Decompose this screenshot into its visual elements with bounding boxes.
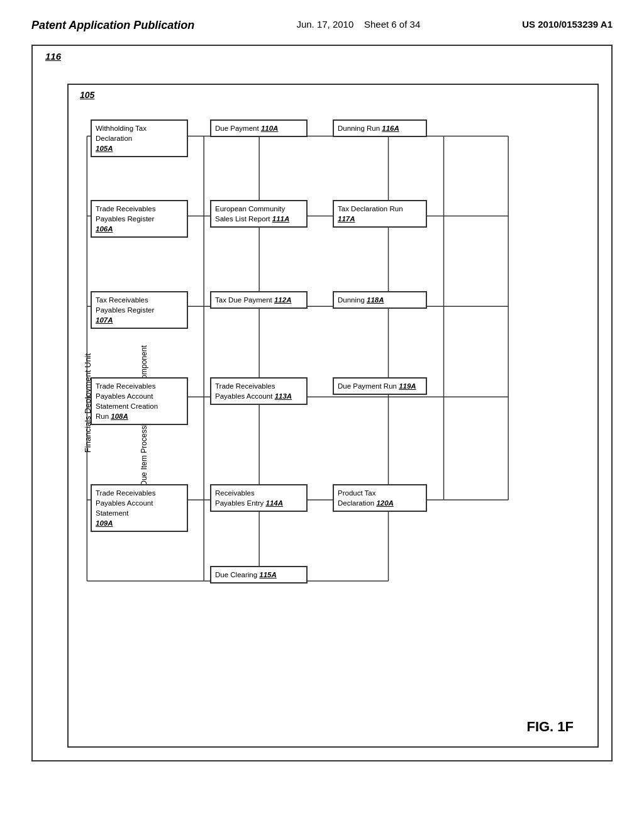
box-108a: Trade ReceivablesPayables AccountStateme… [91,377,188,425]
box-119a: Due Payment Run 119A [333,377,427,395]
ref-116: 116 [45,51,61,62]
header-date-sheet: Jun. 17, 2010 Sheet 6 of 34 [296,19,420,30]
ref-119a: 119A [399,382,416,390]
ref-116a: 116A [382,124,399,132]
ref-111a: 111A [272,215,290,223]
ref-110a: 110A [261,124,279,132]
box-105a: Withholding TaxDeclaration 105A [91,119,188,157]
box-107a: Tax ReceivablesPayables Register 107A [91,291,188,329]
box-116a: Dunning Run 116A [333,119,427,137]
publication-title: Patent Application Publication [31,19,194,32]
box-120a: Product TaxDeclaration 120A [333,484,427,512]
ref-115a: 115A [259,571,277,578]
box-117a: Tax Declaration Run 117A [333,200,427,228]
inner-box: 105 Due Item Processing Process Componen… [67,84,599,748]
ref-112a: 112A [274,296,292,304]
page: Patent Application Publication Jun. 17, … [0,0,644,830]
ref-108a: 108A [111,412,128,420]
ref-117a: 117A [338,215,355,223]
box-114a: ReceivablesPayables Entry 114A [210,484,308,512]
ref-105a: 105A [96,145,113,152]
ref-120a: 120A [376,499,394,507]
box-112a: Tax Due Payment 112A [210,291,308,309]
ref-113a: 113A [275,392,292,400]
sheet-info: Sheet 6 of 34 [364,19,420,30]
ref-106a: 106A [96,225,113,233]
box-110a: Due Payment 110A [210,119,308,137]
ref-114a: 114A [266,499,284,507]
ref-105: 105 [80,90,94,100]
box-109a: Trade ReceivablesPayables AccountStateme… [91,484,188,532]
ref-109a: 109A [96,519,113,527]
fig-label: FIG. 1F [526,719,574,735]
box-118a: Dunning 118A [333,291,427,309]
outer-box: 116 Financials Deployment Unit 105 Due I… [31,45,613,761]
pub-date: Jun. 17, 2010 [296,19,353,30]
box-115a: Due Clearing 115A [210,566,308,584]
box-113a: Trade ReceivablesPayables Account 113A [210,377,308,405]
box-111a: European CommunitySales List Report 111A [210,200,308,228]
patent-number: US 2010/0153239 A1 [522,19,613,30]
page-header: Patent Application Publication Jun. 17, … [13,13,631,45]
ref-118a: 118A [367,296,384,304]
box-106a: Trade ReceivablesPayables Register 106A [91,200,188,238]
ref-107a: 107A [96,316,113,324]
